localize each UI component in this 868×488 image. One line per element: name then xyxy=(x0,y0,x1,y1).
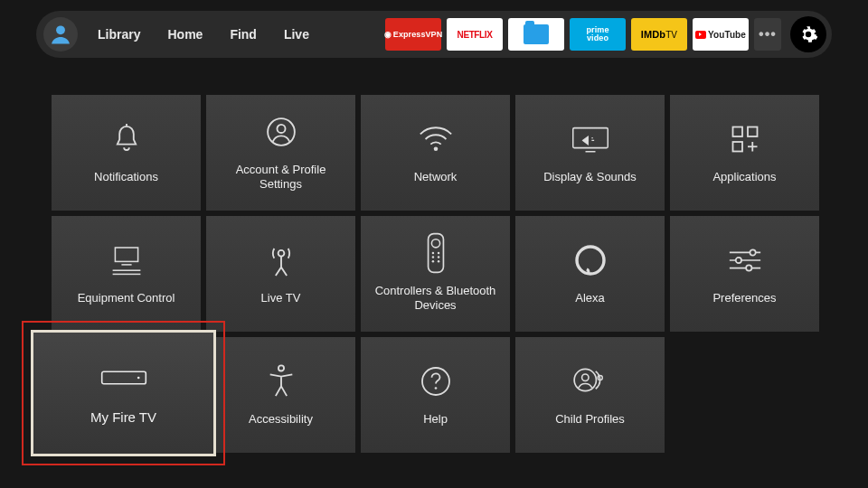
tile-live-tv[interactable]: Live TV xyxy=(206,216,355,332)
tile-network[interactable]: Network xyxy=(361,95,510,211)
tile-equipment-control[interactable]: Equipment Control xyxy=(52,216,201,332)
tile-label: Live TV xyxy=(261,291,301,305)
tile-preferences[interactable]: Preferences xyxy=(670,216,819,332)
svg-rect-4 xyxy=(572,128,608,148)
help-icon xyxy=(420,365,452,398)
svg-point-2 xyxy=(277,125,285,133)
tile-label: My Fire TV xyxy=(90,409,156,425)
app-es-file-explorer[interactable] xyxy=(508,18,564,51)
app-prime-video[interactable]: primevideo xyxy=(570,18,626,51)
remote-icon xyxy=(426,232,446,274)
tile-label: Child Profiles xyxy=(555,412,625,427)
accessibility-icon xyxy=(266,363,297,399)
equipment-icon xyxy=(108,244,146,277)
tile-label: Display & Sounds xyxy=(543,170,637,184)
tile-alexa[interactable]: Alexa xyxy=(515,216,665,332)
svg-point-0 xyxy=(56,25,65,34)
svg-rect-8 xyxy=(732,142,742,152)
folder-icon xyxy=(524,24,549,44)
display-icon xyxy=(571,125,610,154)
tile-applications[interactable]: Applications xyxy=(670,95,819,211)
tile-accessibility[interactable]: Accessibility xyxy=(206,337,355,453)
nav-links: Library Home Find Live xyxy=(98,27,309,42)
nav-home[interactable]: Home xyxy=(167,27,203,42)
profile-avatar[interactable] xyxy=(43,17,78,52)
topbar: Library Home Find Live ◉ExpressVPN NETFL… xyxy=(36,11,832,58)
tile-label: Help xyxy=(423,412,448,427)
selection-highlight: My Fire TV xyxy=(22,321,225,465)
svg-point-28 xyxy=(735,258,741,263)
svg-point-3 xyxy=(433,146,438,151)
app-row: ◉ExpressVPN NETFLIX primevideo IMDbTV Yo… xyxy=(385,16,826,52)
svg-point-19 xyxy=(437,252,439,254)
tile-label: Controllers & Bluetooth Devices xyxy=(368,284,503,314)
antenna-icon xyxy=(266,242,297,278)
tile-notifications[interactable]: Notifications xyxy=(52,95,201,211)
svg-point-34 xyxy=(574,369,596,390)
gear-icon xyxy=(798,24,818,44)
app-expressvpn[interactable]: ◉ExpressVPN xyxy=(385,18,441,51)
app-youtube[interactable]: YouTube xyxy=(693,18,749,51)
svg-rect-7 xyxy=(748,127,758,136)
svg-point-35 xyxy=(581,374,588,380)
person-circle-icon xyxy=(266,117,297,147)
app-expressvpn-label: ExpressVPN xyxy=(393,30,443,39)
prime-line2: video xyxy=(586,34,609,42)
tile-label: Network xyxy=(414,170,458,184)
device-box-icon xyxy=(99,369,148,387)
svg-rect-11 xyxy=(115,248,137,261)
app-overflow[interactable]: ••• xyxy=(754,18,781,51)
svg-point-15 xyxy=(278,250,284,257)
tile-label: Preferences xyxy=(712,291,776,305)
svg-point-20 xyxy=(431,256,433,258)
bell-icon xyxy=(111,122,142,156)
svg-point-22 xyxy=(431,260,433,262)
app-netflix[interactable]: NETFLIX xyxy=(447,18,503,51)
tile-child-profiles[interactable]: Child Profiles xyxy=(515,337,665,453)
svg-point-30 xyxy=(746,265,751,270)
tile-label: Alexa xyxy=(575,291,605,305)
sliders-icon xyxy=(727,247,763,274)
svg-point-1 xyxy=(268,118,295,145)
tile-help[interactable]: Help xyxy=(361,337,510,453)
tile-my-fire-tv[interactable]: My Fire TV xyxy=(31,330,216,456)
tile-display-sounds[interactable]: Display & Sounds xyxy=(515,95,665,211)
tile-controllers-bluetooth[interactable]: Controllers & Bluetooth Devices xyxy=(361,216,510,332)
tile-label: Account & Profile Settings xyxy=(213,163,348,192)
svg-point-23 xyxy=(437,260,439,262)
svg-point-24 xyxy=(577,247,604,274)
svg-point-33 xyxy=(434,387,437,389)
play-icon xyxy=(695,31,706,39)
wifi-icon xyxy=(418,125,454,154)
settings-button[interactable] xyxy=(790,16,826,52)
child-profiles-icon xyxy=(572,365,609,398)
tile-account-profile[interactable]: Account & Profile Settings xyxy=(206,95,355,211)
tile-label: Equipment Control xyxy=(78,291,175,305)
nav-find[interactable]: Find xyxy=(230,27,257,42)
tile-label: Applications xyxy=(712,170,776,184)
apps-grid-icon xyxy=(729,123,761,155)
tile-label: Notifications xyxy=(94,170,158,184)
svg-point-21 xyxy=(437,256,439,258)
profile-icon xyxy=(48,22,73,47)
svg-point-18 xyxy=(431,252,433,254)
nav-live[interactable]: Live xyxy=(284,27,309,42)
top-navigation: Library Home Find Live ◉ExpressVPN NETFL… xyxy=(36,11,832,58)
svg-point-26 xyxy=(750,249,755,255)
svg-point-31 xyxy=(278,365,283,371)
svg-point-38 xyxy=(137,376,139,379)
tile-label: Accessibility xyxy=(249,412,313,427)
imdb-suffix: TV xyxy=(665,30,677,40)
nav-library[interactable]: Library xyxy=(98,27,140,42)
svg-point-17 xyxy=(431,239,439,247)
alexa-icon xyxy=(574,244,607,277)
svg-rect-6 xyxy=(732,127,742,136)
imdb-label: IMDb xyxy=(641,29,665,40)
app-imdb-tv[interactable]: IMDbTV xyxy=(631,18,687,51)
youtube-label: YouTube xyxy=(708,30,746,40)
